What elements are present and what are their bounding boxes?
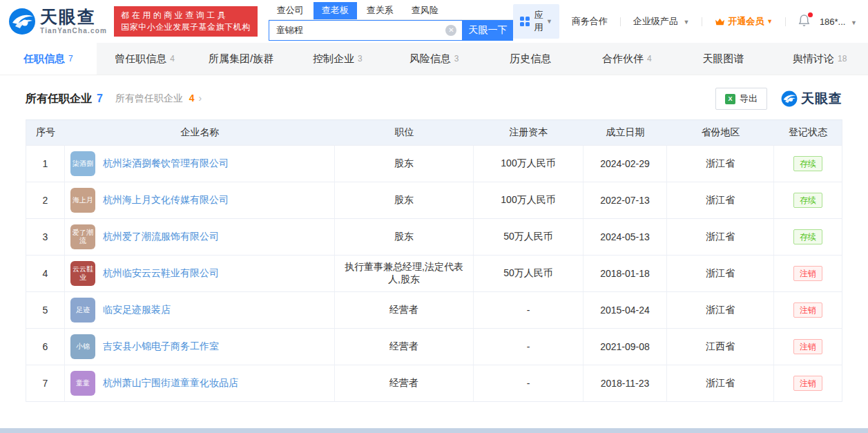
status-cell: 注销 — [774, 256, 842, 291]
notification-bell-icon[interactable] — [798, 15, 810, 29]
capital-cell: - — [474, 365, 584, 401]
status-cell: 注销 — [774, 329, 842, 365]
tab-合作伙伴[interactable]: 合作伙伴4 — [579, 43, 675, 75]
tab-历史信息[interactable]: 历史信息 — [482, 43, 579, 75]
company-link[interactable]: 杭州柒酒捌餐饮管理有限公司 — [103, 157, 229, 171]
tab-count: 4 — [170, 54, 175, 64]
nav-enterprise-products[interactable]: 企业级产品 ▼ — [633, 15, 690, 28]
positions-table: 序号企业名称职位注册资本成立日期省份地区登记状态 1柒酒捌杭州柒酒捌餐饮管理有限… — [26, 119, 842, 402]
company-link[interactable]: 临安足迹服装店 — [103, 303, 171, 317]
table-row: 5足迹临安足迹服装店经营者-2015-04-24浙江省注销 — [26, 291, 842, 328]
apps-menu[interactable]: 应用 ▼ — [513, 4, 559, 39]
search-tab-查风险[interactable]: 查风险 — [403, 2, 447, 19]
date-cell: 2018-01-18 — [584, 256, 667, 291]
section-title: 所有任职企业 — [26, 92, 92, 106]
date-cell: 2022-07-13 — [584, 182, 667, 218]
row-index: 2 — [26, 182, 65, 218]
search-tab-查公司[interactable]: 查公司 — [269, 2, 312, 19]
brand-name: 天眼查 — [40, 8, 107, 26]
tab-所属集团/族群[interactable]: 所属集团/族群 — [193, 43, 289, 75]
capital-cell: 50万人民币 — [474, 219, 584, 255]
detail-tabbar: 任职信息7曾任职信息4所属集团/族群控制企业3风险信息3历史信息合作伙伴4天眼图… — [0, 43, 868, 75]
tab-舆情讨论[interactable]: 舆情讨论18 — [771, 43, 868, 75]
search-button[interactable]: 天眼一下 — [462, 20, 513, 41]
chevron-right-icon: › — [198, 93, 202, 104]
company-link[interactable]: 杭州临安云云鞋业有限公司 — [103, 267, 219, 280]
tab-label: 任职信息 — [23, 52, 65, 66]
capital-cell: 100万人民币 — [474, 182, 584, 218]
tab-风险信息[interactable]: 风险信息3 — [386, 43, 483, 75]
tianyancha-watermark-icon — [781, 90, 798, 107]
company-cell: 小锦吉安县小锦电子商务工作室 — [65, 329, 335, 365]
former-positions-link[interactable]: 所有曾任职企业 4 › — [115, 93, 202, 105]
tab-label: 历史信息 — [510, 52, 551, 66]
tab-count: 3 — [454, 54, 459, 64]
company-cell: 足迹临安足迹服装店 — [65, 292, 335, 328]
capital-cell: 100万人民币 — [474, 146, 584, 182]
company-link[interactable]: 杭州萧山宁围街道童童化妆品店 — [103, 376, 238, 390]
search-tab-查关系[interactable]: 查关系 — [358, 2, 402, 19]
date-cell: 2021-09-08 — [584, 329, 667, 365]
slogan-badge: 都在用的商业查询工具 国家中小企业发展子基金旗下机构 — [114, 6, 258, 37]
apps-grid-icon — [520, 17, 530, 26]
date-cell: 2024-02-29 — [584, 146, 667, 182]
company-logo: 爱了潮流 — [70, 224, 95, 249]
row-index: 5 — [26, 292, 65, 328]
search-tabs: 查公司查老板查关系查风险 — [269, 2, 514, 20]
status-badge: 注销 — [793, 339, 822, 354]
company-cell: 童童杭州萧山宁围街道童童化妆品店 — [65, 365, 335, 401]
footer-strip — [0, 428, 868, 433]
divider — [620, 17, 621, 26]
status-badge: 存续 — [793, 156, 822, 171]
row-index: 3 — [26, 219, 65, 255]
tab-天眼图谱[interactable]: 天眼图谱 — [675, 43, 772, 75]
company-logo: 小锦 — [70, 334, 95, 359]
former-positions-label: 所有曾任职企业 — [115, 93, 183, 104]
company-link[interactable]: 杭州海上月文化传媒有限公司 — [103, 193, 229, 207]
header-nav: 应用 ▼ 商务合作 企业级产品 ▼ 开通会员 ▼ 186*... ▼ — [513, 4, 868, 39]
nav-business-cooperation[interactable]: 商务合作 — [572, 15, 608, 28]
status-badge: 存续 — [793, 193, 822, 208]
tab-曾任职信息[interactable]: 曾任职信息4 — [97, 43, 193, 75]
status-cell: 存续 — [774, 146, 842, 182]
user-phone-menu[interactable]: 186*... ▼ — [820, 17, 857, 27]
position-cell: 执行董事兼总经理,法定代表人,股东 — [335, 256, 474, 291]
company-link[interactable]: 吉安县小锦电子商务工作室 — [103, 340, 219, 354]
tianyancha-logo[interactable]: 天眼查 TianYanCha.com — [8, 8, 107, 35]
search-tab-查老板[interactable]: 查老板 — [314, 2, 357, 19]
phone-label: 186*... — [820, 17, 846, 27]
company-cell: 海上月杭州海上月文化传媒有限公司 — [65, 182, 335, 218]
top-header: 天眼查 TianYanCha.com 都在用的商业查询工具 国家中小企业发展子基… — [0, 0, 868, 43]
excel-icon: X — [725, 94, 735, 104]
tab-count: 18 — [838, 54, 847, 64]
column-header: 序号 — [26, 126, 65, 139]
divider — [785, 17, 786, 26]
row-index: 1 — [26, 146, 65, 182]
tab-label: 所属集团/族群 — [209, 52, 273, 66]
crown-icon — [715, 17, 725, 26]
tab-count: 4 — [647, 54, 652, 64]
province-cell: 浙江省 — [667, 256, 774, 291]
capital-cell: 50万人民币 — [474, 256, 584, 291]
nav-open-vip[interactable]: 开通会员 ▼ — [715, 15, 773, 28]
row-index: 4 — [26, 256, 65, 291]
column-header: 职位 — [335, 126, 474, 139]
position-cell: 股东 — [335, 182, 474, 218]
slogan-line1: 都在用的商业查询工具 — [121, 10, 228, 20]
export-button[interactable]: X 导出 — [715, 88, 767, 110]
column-header: 省份地区 — [667, 126, 774, 139]
table-row: 4云云鞋业杭州临安云云鞋业有限公司执行董事兼总经理,法定代表人,股东50万人民币… — [26, 255, 842, 291]
company-cell: 云云鞋业杭州临安云云鞋业有限公司 — [65, 256, 335, 291]
company-link[interactable]: 杭州爱了潮流服饰有限公司 — [103, 230, 219, 244]
divider — [702, 17, 702, 26]
tab-任职信息[interactable]: 任职信息7 — [0, 43, 97, 75]
date-cell: 2018-11-23 — [584, 365, 667, 401]
tab-label: 天眼图谱 — [703, 52, 744, 66]
province-cell: 浙江省 — [667, 219, 774, 255]
former-positions-count: 4 — [189, 93, 195, 104]
tab-控制企业[interactable]: 控制企业3 — [289, 43, 386, 75]
column-header: 注册资本 — [474, 126, 584, 139]
table-row: 2海上月杭州海上月文化传媒有限公司股东100万人民币2022-07-13浙江省存… — [26, 182, 842, 218]
status-badge: 注销 — [793, 302, 822, 318]
search-input[interactable] — [269, 20, 463, 41]
